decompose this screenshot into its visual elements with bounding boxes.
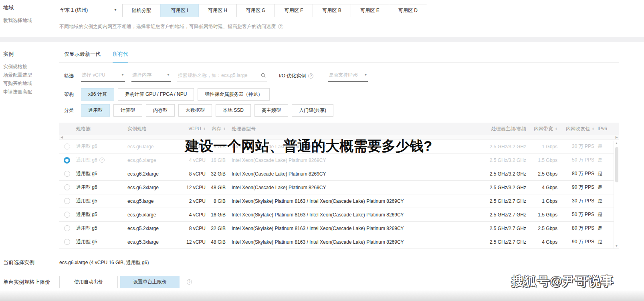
scroll-down-icon[interactable]: ▼ [614, 244, 619, 248]
row-radio-button[interactable] [64, 157, 70, 164]
cell-spec: ecs.g5.3xlarge [127, 239, 180, 245]
category-option-button[interactable]: 计算型 [113, 104, 142, 117]
zone-button[interactable]: 可用区 I [160, 4, 199, 17]
tab-latest-generation[interactable]: 仅显示最新一代 [64, 51, 101, 62]
category-option-button[interactable]: 本地 SSD [216, 104, 251, 117]
category-option-button[interactable]: 内存型 [146, 104, 175, 117]
help-icon[interactable]: ? [278, 24, 283, 29]
architecture-option-button[interactable]: 异构计算 GPU / FPGA / NPU [118, 88, 194, 101]
row-radio-button[interactable] [64, 198, 70, 204]
sort-icons[interactable]: ▲▼ [592, 127, 594, 130]
cell-mem-value: 48 GiB [211, 239, 226, 245]
row-radio-button[interactable] [64, 225, 70, 231]
cell-family-value: 通用型 g5 [76, 198, 97, 204]
cell-bw: 2.5 Gbps [526, 226, 557, 231]
row-radio-button[interactable] [64, 143, 70, 149]
zone-button[interactable]: 可用区 H [198, 4, 237, 17]
cell-vcpu: 4 vCPU [180, 212, 206, 218]
sidebar-link[interactable]: 申请按量高配 [3, 88, 59, 96]
chevron-down-icon: ▼ [114, 9, 117, 12]
memory-select[interactable]: 选择内存 ▼ [131, 70, 171, 82]
set-price-limit-button[interactable]: 设置单台上限价 [120, 276, 180, 288]
io-optimized-label: I/O 优化实例 [279, 73, 306, 79]
zone-button[interactable]: 可用区 E [351, 4, 389, 17]
tab-all-generations[interactable]: 所有代 [113, 51, 128, 63]
cell-mem-value: 8 GiB [214, 198, 226, 204]
cell-cpu-value: Intel Xeon(Skylake) Platinum 8163 / Inte… [232, 239, 404, 245]
region-help-link[interactable]: 教我选择地域 [3, 16, 59, 25]
category-option-button[interactable]: 入门级(共享) [292, 104, 333, 117]
table-row[interactable]: 通用型 g5ecs.g5.3xlarge12 vCPU48 GiBIntel X… [59, 235, 619, 249]
chevron-down-icon: ▼ [121, 74, 124, 77]
scroll-right-icon[interactable]: ▶ [616, 135, 618, 139]
sidebar-link[interactable]: 实例规格族 [3, 63, 59, 71]
cell-family: 通用型 g5 [75, 238, 127, 245]
auto-bid-button[interactable]: 使用自动出价 [59, 276, 118, 288]
sort-icons[interactable]: ▲▼ [555, 127, 557, 130]
scrollbar-thumb[interactable] [615, 147, 618, 182]
cell-bw-value: 4 Gbps [542, 185, 557, 190]
spec-search-input[interactable] [178, 71, 260, 80]
help-icon[interactable]: ? [99, 158, 105, 163]
cell-vcpu: 4 vCPU [180, 158, 206, 163]
cell-family: 通用型 g5 [75, 198, 127, 204]
category-option-button[interactable]: 高主频型 [254, 104, 288, 117]
cell-spec-value: ecs.g6.3xlarge [127, 185, 159, 190]
ipv6-select[interactable]: 是否支持IPv6 ▼ [328, 70, 368, 82]
radio-cell [59, 171, 75, 177]
architecture-label: 架构 [64, 91, 76, 98]
row-radio-button[interactable] [64, 171, 70, 177]
scroll-up-icon[interactable]: ▲ [614, 141, 619, 145]
region-label: 地域 [3, 4, 59, 11]
column-header: 实例规格 [127, 125, 180, 132]
cell-cpu-value: Intel Xeon(Skylake) Platinum 8163 / Inte… [232, 212, 404, 218]
row-radio-button[interactable] [64, 239, 70, 245]
search-icon[interactable] [260, 73, 266, 78]
scroll-left-icon[interactable]: ◀ [61, 135, 63, 139]
zone-button[interactable]: 可用区 G [236, 4, 275, 17]
random-assign-button[interactable]: 随机分配 [122, 4, 161, 17]
cell-spec-value: ecs.g5.large [127, 198, 153, 204]
sidebar-link[interactable]: 场景配置选型 [3, 71, 59, 79]
filter-row: 筛选 选择 vCPU ▼ 选择内存 ▼ I/O 优化实例 ? [59, 70, 619, 82]
zone-button[interactable]: 可用区 B [313, 4, 351, 17]
cell-mem: 48 GiB [206, 185, 226, 190]
vcpu-select[interactable]: 选择 vCPU ▼ [81, 70, 125, 82]
cell-mem-value: 16 GiB [211, 158, 226, 163]
category-option-button[interactable]: 通用型 [81, 104, 110, 117]
region-select[interactable]: 华东 1 (杭州) ▼ [59, 4, 118, 17]
cell-pps: 50 万 PPS [557, 211, 594, 218]
price-limit-label: 单台实例规格上限价 [3, 279, 59, 286]
table-row[interactable]: 通用型 g6ecs.g6.3xlarge12 vCPU48 GiBIntel X… [59, 181, 619, 194]
category-option-button[interactable]: 大数据型 [178, 104, 212, 117]
sort-desc-icon[interactable]: ▼ [223, 129, 225, 130]
architecture-option-button[interactable]: 弹性裸金属服务器（神龙） [198, 88, 270, 101]
table-row[interactable]: 通用型 g6ecs.g6.2xlarge8 vCPU32 GiBIntel Xe… [59, 167, 619, 181]
architecture-option-button[interactable]: x86 计算 [81, 88, 114, 101]
column-header-label: 内存 [212, 125, 221, 132]
sort-desc-icon[interactable]: ▼ [203, 129, 205, 130]
zone-button[interactable]: 可用区 F [275, 4, 313, 17]
radio-cell [59, 239, 75, 245]
table-row[interactable]: 通用型 g5ecs.g5.large2 vCPU8 GiBIntel Xeon(… [59, 194, 619, 208]
table-row[interactable]: 通用型 g6?ecs.g6.xlarge4 vCPU16 GiBIntel Xe… [59, 154, 619, 167]
sort-icons[interactable]: ▲▼ [223, 127, 226, 130]
help-icon[interactable]: ? [308, 73, 313, 79]
sidebar-link[interactable]: 可购买的地域 [3, 79, 59, 88]
price-limit-buttons: 使用自动出价 设置单台上限价 ? [59, 276, 192, 288]
cell-ipv6-value: 是 [598, 170, 602, 177]
sort-desc-icon[interactable]: ▼ [592, 129, 594, 130]
sort-desc-icon[interactable]: ▼ [555, 129, 557, 130]
cell-ipv6-value: 是 [598, 238, 602, 245]
filter-label: 筛选 [64, 73, 76, 79]
table-row[interactable]: 通用型 g5ecs.g5.xlarge4 vCPU16 GiBIntel Xeo… [59, 208, 619, 222]
table-row[interactable]: 通用型 g5ecs.g5.2xlarge8 vCPU32 GiBIntel Xe… [59, 222, 619, 235]
row-radio-button[interactable] [64, 212, 70, 218]
help-icon[interactable]: ? [187, 279, 192, 285]
current-selection-value: ecs.g6.xlarge (4 vCPU 16 GiB, 通用型 g6) [59, 259, 149, 266]
row-radio-button[interactable] [64, 184, 70, 190]
zone-button[interactable]: 可用区 D [389, 4, 427, 17]
cell-spec: ecs.g6.3xlarge [127, 185, 180, 190]
sort-icons[interactable]: ▲▼ [203, 127, 206, 130]
vertical-scrollbar[interactable]: ▲ ▼ [614, 141, 619, 248]
